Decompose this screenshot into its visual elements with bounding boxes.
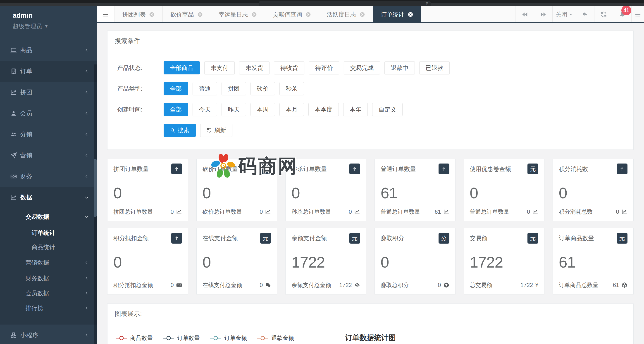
- tabs-scroll-left-button[interactable]: [515, 6, 534, 23]
- stat-card-badge-arrow-up[interactable]: [616, 164, 628, 174]
- sidebar-item-mini-program[interactable]: 小程序: [0, 325, 97, 344]
- sidebar-item-ranking[interactable]: 排行榜: [0, 301, 97, 316]
- legend-item-4[interactable]: 退款金额: [257, 334, 294, 342]
- stat-card-title: 普通订单数量: [380, 165, 416, 173]
- tab-contribution-query[interactable]: 贡献值查询: [265, 6, 319, 23]
- sidebar-item-label: 小程序: [20, 331, 38, 339]
- stat-card-badge[interactable]: 元: [528, 233, 538, 244]
- stat-card-badge[interactable]: 元: [350, 233, 360, 244]
- sidebar-scrollbar-track[interactable]: [94, 64, 97, 344]
- stat-card-badge-label: 元: [263, 235, 268, 242]
- tabbar-spacer: [421, 6, 515, 23]
- menu-button[interactable]: [631, 6, 644, 23]
- filter-option-button[interactable]: 本周: [250, 103, 275, 116]
- sidebar-item-members[interactable]: 会员: [0, 103, 97, 124]
- filter-option-button[interactable]: 本年: [343, 103, 368, 116]
- tab-bargain-goods[interactable]: 砍价商品: [163, 6, 211, 23]
- stat-card-body: 1722总交易额1722¥: [464, 248, 544, 294]
- stat-card-badge-arrow-up[interactable]: [438, 164, 450, 174]
- submenu-block-padding: [0, 316, 97, 325]
- user-role[interactable]: 超级管理员 ▼: [13, 22, 97, 30]
- filter-option-button[interactable]: 未发货: [239, 61, 270, 74]
- filter-option-button[interactable]: 全部: [164, 82, 188, 95]
- stat-card-badge-arrow-up[interactable]: [171, 233, 182, 244]
- close-tab-icon[interactable]: [149, 11, 155, 17]
- chevron-left-icon: [84, 291, 89, 296]
- filter-option-button[interactable]: 待评价: [309, 61, 339, 74]
- action-buttons: 搜索刷新: [164, 124, 237, 137]
- search-panel-title: 搜索条件: [108, 31, 633, 51]
- filter-option-button[interactable]: 待收货: [274, 61, 304, 74]
- close-tab-icon[interactable]: [197, 11, 203, 17]
- tab-order-statistics[interactable]: 订单统计: [373, 6, 421, 23]
- filter-option-button[interactable]: 自定义: [372, 103, 402, 116]
- close-tabs-dropdown[interactable]: 关闭: [552, 6, 576, 23]
- filter-option-button[interactable]: 普通: [192, 82, 217, 95]
- filter-option-button[interactable]: 秒杀: [280, 82, 304, 95]
- legend-item-2[interactable]: 订单数量: [163, 334, 200, 342]
- legend-item-3[interactable]: 订单金额: [210, 334, 247, 342]
- action-button-label: 刷新: [214, 126, 226, 134]
- filter-option-button[interactable]: 已退款: [419, 61, 450, 74]
- sidebar-scrollbar-thumb[interactable]: [94, 159, 96, 217]
- close-tab-icon[interactable]: [408, 11, 414, 17]
- legend-item-1[interactable]: 商品数量: [116, 334, 153, 342]
- stat-card-badge[interactable]: 元: [260, 233, 271, 244]
- stat-card-badge[interactable]: 元: [528, 164, 538, 174]
- filter-option-button[interactable]: 拼团: [222, 82, 246, 95]
- sidebar-item-data[interactable]: 数据: [0, 187, 97, 208]
- sidebar-item-order-stats[interactable]: 订单统计: [0, 226, 97, 240]
- sidebar-item-member-data[interactable]: 会员数据: [0, 286, 97, 301]
- close-tab-icon[interactable]: [251, 11, 257, 17]
- sidebar-item-orders[interactable]: 订单: [0, 61, 97, 82]
- tab-lucky-star-log[interactable]: 幸运星日志: [211, 6, 265, 23]
- refresh-button[interactable]: [594, 6, 613, 23]
- stat-card-footer-number: 0: [349, 209, 352, 215]
- filter-option-label: 全部: [170, 106, 182, 113]
- sidebar-item-label: 排行榜: [26, 304, 43, 312]
- filter-option-button[interactable]: 昨天: [222, 103, 246, 116]
- tab-activity-log[interactable]: 活跃度日志: [319, 6, 373, 23]
- filter-option-button[interactable]: 砍价: [250, 82, 275, 95]
- stat-card-footer-label: 秒杀总订单数量: [292, 208, 331, 216]
- sidebar-menu: 商品订单拼团会员分销营销财务数据交易数据订单统计商品统计营销数据财务数据会员数据…: [0, 39, 97, 344]
- sidebar-item-trade-data[interactable]: 交易数据: [0, 208, 97, 226]
- chevron-left-icon: [84, 333, 89, 338]
- stat-card-badge-label: 分: [441, 235, 447, 242]
- filter-option-button[interactable]: 全部商品: [164, 61, 200, 74]
- sidebar-toggle-button[interactable]: [97, 6, 114, 23]
- sidebar-item-marketing[interactable]: 营销: [0, 145, 97, 166]
- back-button[interactable]: [576, 6, 594, 23]
- sidebar-item-product-stats[interactable]: 商品统计: [0, 240, 97, 254]
- sidebar-item-finance[interactable]: 财务: [0, 166, 97, 187]
- tabs-scroll-right-button[interactable]: [534, 6, 552, 23]
- tab-groupon-list[interactable]: 拼团列表: [114, 6, 163, 23]
- search-button[interactable]: 搜索: [164, 124, 196, 137]
- notifications-button[interactable]: 41: [613, 6, 631, 23]
- sidebar-item-distribution[interactable]: 分销: [0, 124, 97, 145]
- close-tab-icon[interactable]: [305, 11, 311, 17]
- sidebar-item-label: 交易数据: [26, 213, 49, 221]
- close-tab-icon[interactable]: [359, 11, 365, 17]
- filter-option-button[interactable]: 未支付: [204, 61, 235, 74]
- stat-card-value: 1722: [292, 253, 360, 271]
- stat-card-badge[interactable]: 分: [438, 233, 450, 244]
- stat-card-badge-arrow-up[interactable]: [260, 164, 271, 174]
- chart-line-icon: [265, 209, 271, 215]
- sidebar-item-marketing-data[interactable]: 营销数据: [0, 254, 97, 271]
- filter-option-label: 未支付: [211, 64, 228, 72]
- filter-option-button[interactable]: 本月: [280, 103, 304, 116]
- stat-card-badge-arrow-up[interactable]: [171, 164, 182, 174]
- filter-option-button[interactable]: 交易完成: [344, 61, 380, 74]
- filter-option-button[interactable]: 今天: [192, 103, 217, 116]
- stat-card-badge[interactable]: 元: [616, 233, 628, 244]
- sidebar-item-groupon[interactable]: 拼团: [0, 82, 97, 103]
- filter-option-button[interactable]: 全部: [164, 103, 188, 116]
- filter-option-button[interactable]: 本季度: [308, 103, 339, 116]
- filter-option-button[interactable]: 退款中: [384, 61, 415, 74]
- sidebar-item-finance-data[interactable]: 财务数据: [0, 271, 97, 286]
- stat-card-body: 0在线支付总金额0: [197, 248, 277, 294]
- sidebar-item-goods[interactable]: 商品: [0, 39, 97, 61]
- refresh-button[interactable]: 刷新: [200, 124, 232, 137]
- stat-card-badge-arrow-up[interactable]: [350, 164, 360, 174]
